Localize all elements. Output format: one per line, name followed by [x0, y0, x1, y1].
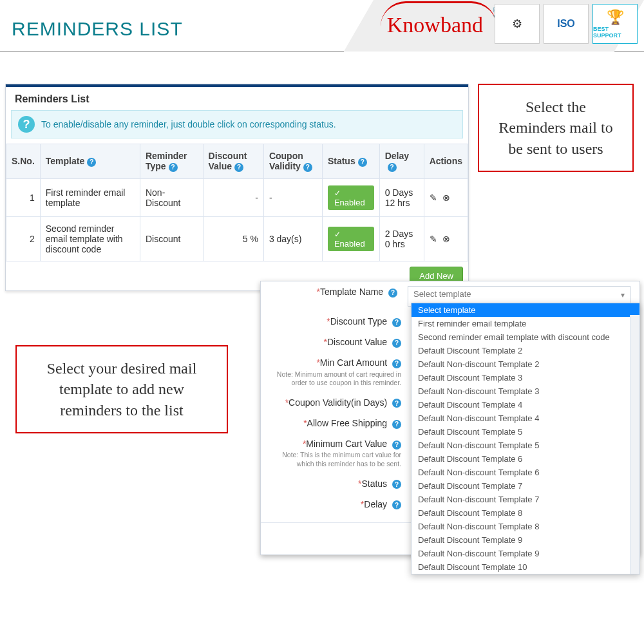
- help-icon[interactable]: ?: [392, 359, 401, 368]
- min-cart-label: Min Cart Amount: [320, 357, 387, 368]
- col-delay: Delay?: [379, 144, 424, 179]
- edit-icon[interactable]: ✎: [430, 193, 437, 203]
- help-icon[interactable]: ?: [392, 480, 401, 489]
- dropdown-option[interactable]: Default Non-discount Template 3: [412, 384, 639, 398]
- help-icon[interactable]: ?: [388, 163, 397, 172]
- dropdown-option[interactable]: Default Discount Template 8: [412, 506, 639, 520]
- dropdown-option[interactable]: Default Non-discount Template 4: [412, 412, 639, 425]
- scrollbar-thumb[interactable]: [632, 316, 638, 334]
- status-label: Status: [361, 478, 387, 489]
- edit-icon[interactable]: ✎: [430, 234, 437, 244]
- help-icon[interactable]: ?: [358, 158, 367, 167]
- col-dval: Discount Value?: [203, 144, 263, 179]
- help-icon[interactable]: ?: [392, 500, 401, 509]
- info-bar: ? To enable/disable any reminder, just d…: [11, 110, 463, 138]
- status-cell[interactable]: Enabled: [322, 216, 379, 261]
- support-badge: 🏆 BEST SUPPORT: [592, 4, 638, 44]
- col-template: Template?: [40, 144, 140, 179]
- table-row: 2 Second reminder email template with di…: [6, 216, 468, 261]
- dropdown-option[interactable]: Default Non-discount Template 2: [412, 357, 639, 371]
- dropdown-option[interactable]: Default Non-discount Template 6: [412, 466, 639, 479]
- template-dropdown[interactable]: Select templateFirst reminder email temp…: [411, 303, 640, 574]
- dropdown-option[interactable]: Default Discount Template 5: [412, 425, 639, 439]
- delete-icon[interactable]: ⊗: [442, 193, 450, 203]
- header-badges: ⚙ ISO 🏆 BEST SUPPORT: [495, 4, 638, 44]
- dropdown-option[interactable]: Default Non-discount Template 9: [412, 547, 639, 560]
- dropdown-option[interactable]: Default Discount Template 6: [412, 452, 639, 466]
- help-icon[interactable]: ?: [169, 163, 178, 172]
- coupon-validity-label: Coupon Validity(in Days): [289, 397, 387, 408]
- status-badge[interactable]: Enabled: [328, 185, 374, 210]
- dropdown-option[interactable]: Default Discount Template 3: [412, 371, 639, 384]
- panel-title: Reminders List: [6, 87, 468, 110]
- status-badge[interactable]: Enabled: [328, 227, 374, 251]
- delay-label: Delay: [364, 499, 387, 509]
- callout-select-template: Select your desired mail template to add…: [15, 345, 228, 433]
- min-cart-note: Note: Minimum amount of cart required in…: [270, 370, 401, 388]
- table-header-row: S.No. Template? Reminder Type? Discount …: [6, 144, 468, 179]
- template-name-label: Template Name: [320, 287, 383, 297]
- dropdown-option[interactable]: Default Non-discount Template 5: [412, 439, 639, 452]
- free-shipping-label: Allow Free Shipping: [307, 418, 388, 428]
- min-cart-value-label: Minimum Cart Value: [306, 439, 387, 449]
- help-icon[interactable]: ?: [388, 289, 397, 298]
- help-icon[interactable]: ?: [392, 339, 401, 348]
- dropdown-option[interactable]: Default Non-discount Template 8: [412, 520, 639, 533]
- table-row: 1 First reminder email template Non-Disc…: [6, 178, 468, 216]
- help-icon[interactable]: ?: [392, 318, 401, 327]
- page-title: REMINDERS LIST: [12, 18, 183, 40]
- dropdown-option[interactable]: Second reminder email template with disc…: [412, 330, 639, 344]
- reminders-list-panel: Reminders List ? To enable/disable any r…: [5, 84, 469, 291]
- delete-icon[interactable]: ⊗: [442, 234, 450, 244]
- help-icon[interactable]: ?: [392, 399, 401, 408]
- discount-type-label: Discount Type: [330, 316, 387, 327]
- iso-badge-1: ⚙: [495, 4, 540, 44]
- iso-badge-2: ISO: [544, 4, 589, 44]
- dropdown-option[interactable]: Default Discount Template 9: [412, 533, 639, 547]
- dropdown-option[interactable]: Default Discount Template 10: [412, 560, 639, 574]
- min-cart-value-note: Note: This is the minimum cart value for…: [270, 451, 401, 468]
- dropdown-option[interactable]: Default Discount Template 2: [412, 344, 639, 357]
- dropdown-option[interactable]: Default Discount Template 4: [412, 398, 639, 412]
- help-icon[interactable]: ?: [392, 420, 401, 429]
- brand-text: Knowband: [387, 13, 483, 37]
- dropdown-option[interactable]: Default Discount Template 7: [412, 479, 639, 493]
- scroll-down-icon[interactable]: ▾: [632, 566, 638, 573]
- discount-value-label: Discount Value: [327, 337, 387, 347]
- page-header: REMINDERS LIST Knowband 🛒 ⚙ ISO 🏆 BEST S…: [0, 0, 644, 52]
- col-sno: S.No.: [6, 144, 41, 179]
- help-icon[interactable]: ?: [87, 158, 96, 167]
- reminders-table: S.No. Template? Reminder Type? Discount …: [6, 144, 468, 261]
- actions-cell: ✎ ⊗: [424, 216, 468, 261]
- help-icon[interactable]: ?: [234, 163, 243, 172]
- col-actions: Actions: [424, 144, 468, 179]
- actions-cell: ✎ ⊗: [424, 178, 468, 216]
- brand-logo: Knowband 🛒: [387, 13, 483, 37]
- help-icon[interactable]: ?: [303, 163, 312, 172]
- col-rtype: Reminder Type?: [140, 144, 203, 179]
- dropdown-option[interactable]: Default Non-discount Template 7: [412, 493, 639, 506]
- col-status: Status?: [322, 144, 379, 179]
- col-cvalid: Coupon Validity?: [263, 144, 322, 179]
- info-text: To enable/disable any reminder, just dou…: [41, 119, 336, 129]
- help-icon[interactable]: ?: [392, 440, 401, 450]
- status-cell[interactable]: Enabled: [322, 178, 379, 216]
- dropdown-option[interactable]: First reminder email template: [412, 317, 639, 330]
- callout-select-reminders: Select the Reminders mail to be sent to …: [478, 84, 634, 172]
- info-icon: ?: [18, 116, 35, 133]
- dropdown-option[interactable]: Select template: [412, 303, 639, 317]
